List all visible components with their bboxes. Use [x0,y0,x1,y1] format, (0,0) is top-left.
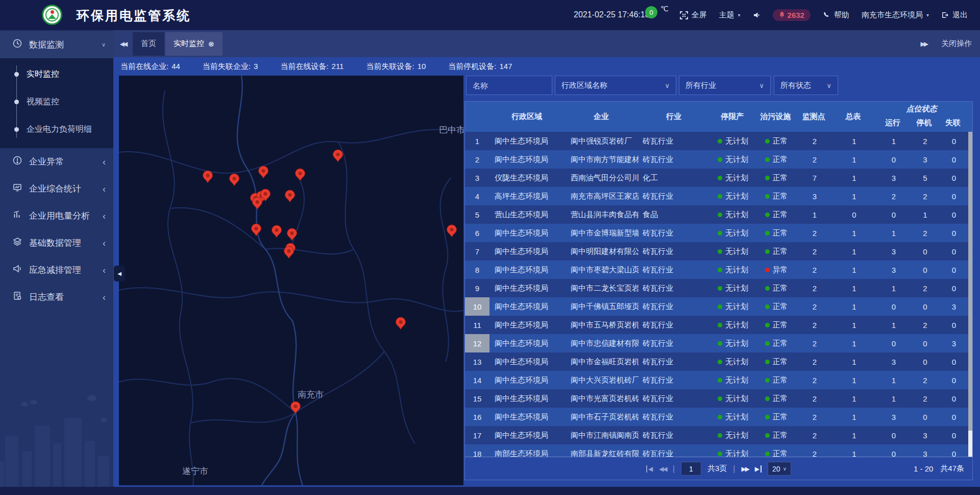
status-dot-green [765,249,770,254]
industry-select[interactable]: 所有行业 ∨ [679,76,771,95]
cell-lost: 0 [939,389,969,408]
table-row[interactable]: 8阆中生态环境局阆中市枣碧大梁山页岩砖瓦行业无计划异常21300 [465,261,972,279]
table-row[interactable]: 14阆中生态环境局阆中大兴页岩机砖厂砖瓦行业无计划正常21120 [465,371,972,389]
cell-stop: 1 [912,205,939,224]
sidebar-item-日志查看[interactable]: 日志查看‹ [0,284,113,311]
table-row[interactable]: 5营山生态环境局营山县润丰肉食品有限食品无计划正常10010 [465,205,972,224]
pagination-bar: ◀ ◀◀ | 1 共3页 | ▶▶ ▶ 20 ∨ 1 - [465,457,972,480]
name-search-input[interactable] [466,76,552,95]
stats-bar: 当前在线企业44当前失联企业3当前在线设备211当前失联设备10当前停机设备14… [113,57,980,76]
panel-collapse-button[interactable]: ◀ [114,266,125,281]
sidebar-item-企业综合统计[interactable]: 企业综合统计‹ [0,175,113,202]
col-point-status-group: 点位状态 运行 停机 失联 [875,102,968,132]
sidebar-item-label: 数据监测 [29,39,64,51]
table-row[interactable]: 15阆中生态环境局阆中市光富页岩机砖厂砖瓦行业无计划正常21120 [465,389,972,408]
sidebar-subitem-label: 视频监控 [27,97,59,107]
cell-points: 2 [797,408,832,426]
tab-close-icon[interactable]: ⊗ [208,40,214,48]
next-page-button[interactable]: ▶▶ [741,465,748,473]
cell-company: 阆中大兴页岩机砖厂 [565,371,639,389]
status-dot-green [765,231,770,235]
cell-stop: 2 [912,371,939,389]
tab-首页[interactable]: 首页 [133,32,164,56]
sound-button[interactable] [753,11,761,19]
sidebar-subitem-企业电力负荷明细[interactable]: 企业电力负荷明细 [0,115,113,143]
cell-index: 10 [465,297,489,316]
table-row[interactable]: 17阆中生态环境局阆中市江南镇阆南页岩砖瓦行业无计划正常21030 [465,426,972,444]
cell-production: 无计划 [710,389,756,408]
table-row[interactable]: 13阆中生态环境局阆中市金福旺页岩机砖砖瓦行业无计划正常21300 [465,352,972,371]
cell-stop: 0 [912,352,939,371]
sidebar-subitem-视频监控[interactable]: 视频监控 [0,88,113,115]
cell-meter: 1 [832,316,876,334]
table-row[interactable]: 2阆中生态环境局阆中市南方节能建材有砖瓦行业无计划正常21030 [465,150,972,169]
cell-run: 0 [876,205,912,224]
cell-industry: 砖瓦行业 [639,316,710,334]
notification-badge[interactable]: 2632 [773,9,811,21]
chevron-collapsed-icon: ‹ [103,157,106,167]
table-row[interactable]: 11阆中生态环境局阆中市五马桥页岩机砖砖瓦行业无计划正常21120 [465,316,972,334]
bell-icon [779,11,785,19]
sidebar-subitem-实时监控[interactable]: 实时监控 [0,60,113,88]
map-panel[interactable]: 巴中市南充市遂宁市 [119,76,463,485]
table-row[interactable]: 6阆中生态环境局阆中市金博瑞新型墙材砖瓦行业无计划正常21120 [465,224,972,242]
cell-meter: 0 [832,205,876,224]
status-dot-green [718,396,722,401]
sidebar-item-应急减排管理[interactable]: 应急减排管理‹ [0,256,113,284]
table-row[interactable]: 3仪陇生态环境局西南油气田分公司川中化工无计划正常71350 [465,169,972,187]
table-row[interactable]: 7阆中生态环境局阆中明阳建材有限公司砖瓦行业无计划正常21300 [465,242,972,261]
tab-scroll-right-icon[interactable]: ▶▶ [921,40,927,48]
sidebar-item-基础数据管理[interactable]: 基础数据管理‹ [0,229,113,256]
sidebar-item-数据监测[interactable]: 数据监测∨ [0,31,113,58]
status-select[interactable]: 所有状态 ∨ [774,76,838,95]
close-operations-button[interactable]: 关闭操作 [941,39,972,49]
cell-run: 0 [876,297,912,316]
cell-meter: 1 [832,169,876,187]
table-row[interactable]: 10阆中生态环境局阆中千佛镇五郎垭页岩砖瓦行业无计划正常21003 [465,297,972,316]
logout-button[interactable]: 退出 [941,10,968,20]
cell-points: 2 [797,444,832,457]
page-size-select[interactable]: 20 ∨ [768,462,791,476]
cell-facility: 正常 [756,224,797,242]
table-row[interactable]: 4高坪生态环境局南充市高坪区王家店建砖瓦行业无计划正常31220 [465,187,972,205]
tab-实时监控[interactable]: 实时监控⊗ [165,32,223,56]
cell-index: 2 [465,150,489,169]
enterprise-table: 行政区域 企业 行业 停限产 治污设施 监测点 总表 点位状态 运行 停机 失联 [464,101,973,480]
table-scrollbar[interactable] [968,132,972,457]
cell-lost: 0 [939,444,969,457]
tab-scroll-left-icon[interactable]: ◀◀ [113,32,133,56]
table-row[interactable]: 1阆中生态环境局阆中强锐页岩砖厂砖瓦行业无计划正常21120 [465,132,972,150]
cell-production: 无计划 [710,132,756,150]
cell-facility: 正常 [756,426,797,444]
map-canvas[interactable]: 巴中市南充市遂宁市 [119,76,463,485]
fullscreen-button[interactable]: 全屏 [680,10,707,20]
chart-icon [12,209,22,222]
table-row[interactable]: 18南部生态环境局南部县新龙红砖有限公砖瓦行业无计划正常21030 [465,444,972,457]
cell-run: 3 [876,169,912,187]
org-dropdown[interactable]: 南充市生态环境局 ▾ [862,10,929,20]
cell-region: 阆中生态环境局 [489,132,565,150]
table-row[interactable]: 16阆中生态环境局阆中市石子页岩机砖厂砖瓦行业无计划正常21300 [465,408,972,426]
sidebar-item-企业用电量分析[interactable]: 企业用电量分析‹ [0,202,113,229]
region-select[interactable]: 行政区域名称 ∨ [555,76,676,95]
cell-production: 无计划 [710,150,756,169]
last-page-button[interactable]: ▶ [755,465,762,473]
theme-dropdown[interactable]: 主题 ▾ [719,10,741,20]
scrollbar-thumb[interactable] [968,132,972,431]
cell-run: 1 [876,132,912,150]
cell-industry: 化工 [639,169,710,187]
prev-page-button[interactable]: ◀◀ [659,465,666,473]
first-page-button[interactable]: ◀ [646,465,653,473]
cell-meter: 1 [832,389,876,408]
name-input-field[interactable] [473,81,546,90]
table-row[interactable]: 9阆中生态环境局阆中市二龙长宝页岩砖砖瓦行业无计划正常21120 [465,279,972,297]
page-number-input[interactable]: 1 [681,462,701,476]
cell-index: 9 [465,279,489,297]
sidebar-item-企业异常[interactable]: 企业异常‹ [0,148,113,175]
cell-meter: 1 [832,444,876,457]
help-button[interactable]: 帮助 [823,10,849,20]
cell-industry: 砖瓦行业 [639,352,710,371]
table-row[interactable]: 12阆中生态环境局阆中市忠信建材有限公砖瓦行业无计划正常21003 [465,334,972,352]
tab-label: 实时监控 [174,39,204,49]
status-dot-green [765,452,770,456]
